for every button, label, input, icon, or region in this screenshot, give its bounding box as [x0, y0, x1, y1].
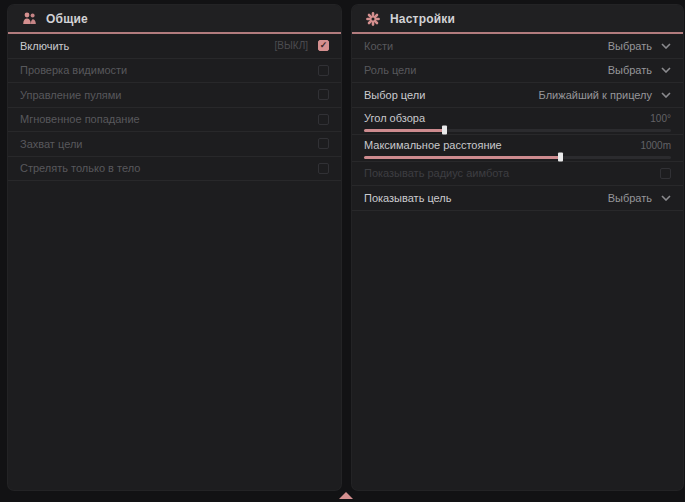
row-fov-slider: Угол обзора 100°	[352, 108, 683, 135]
body-only-checkbox[interactable]	[318, 163, 329, 174]
row-target-lock: Захват цели	[8, 132, 341, 157]
instant-hit-checkbox[interactable]	[318, 114, 329, 125]
panel-settings-title: Настройки	[390, 12, 455, 26]
enable-state-tag: [ВЫКЛ]	[275, 40, 308, 51]
bullet-control-label: Управление пулями	[20, 89, 122, 101]
body-only-label: Стрелять только в тело	[20, 162, 140, 174]
distance-slider-fill	[364, 156, 560, 159]
menu-expand-arrow-icon[interactable]	[339, 492, 353, 499]
row-distance-slider: Максимальное расстояние 1000m	[352, 135, 683, 162]
visibility-check-label: Проверка видимости	[20, 64, 127, 76]
fov-slider-handle[interactable]	[442, 126, 447, 135]
distance-value: 1000m	[640, 140, 671, 151]
show-radius-checkbox[interactable]	[660, 168, 671, 179]
row-bullet-control: Управление пулями	[8, 83, 341, 108]
distance-label: Максимальное расстояние	[364, 139, 502, 151]
users-icon	[21, 12, 37, 26]
enable-checkbox[interactable]: ✓	[318, 40, 329, 51]
panel-general: Общие Включить [ВЫКЛ] ✓ Проверка видимос…	[8, 5, 341, 490]
bones-label: Кости	[364, 40, 393, 52]
bones-dropdown-value: Выбрать	[608, 40, 652, 52]
target-role-dropdown[interactable]: Выбрать	[608, 64, 671, 76]
visibility-check-checkbox[interactable]	[318, 65, 329, 76]
row-body-only: Стрелять только в тело	[8, 157, 341, 182]
panel-settings: Настройки Кости Выбрать Роль цели Выбрат…	[352, 5, 683, 490]
bullet-control-checkbox[interactable]	[318, 89, 329, 100]
chevron-down-icon	[661, 43, 671, 49]
panel-settings-header: Настройки	[352, 5, 683, 34]
target-select-dropdown-value: Ближайший к прицелу	[539, 89, 652, 101]
fov-slider[interactable]	[364, 129, 671, 132]
show-target-label: Показывать цель	[364, 192, 452, 204]
row-instant-hit: Мгновенное попадание	[8, 108, 341, 133]
target-role-dropdown-value: Выбрать	[608, 64, 652, 76]
row-show-radius: Показывать радиус аимбота	[352, 162, 683, 187]
panel-general-title: Общие	[46, 12, 88, 26]
panel-general-header: Общие	[8, 5, 341, 34]
target-select-label: Выбор цели	[364, 89, 425, 101]
chevron-down-icon	[661, 195, 671, 201]
show-radius-label: Показывать радиус аимбота	[364, 167, 509, 179]
show-target-dropdown-value: Выбрать	[608, 192, 652, 204]
bones-dropdown[interactable]: Выбрать	[608, 40, 671, 52]
target-role-label: Роль цели	[364, 64, 416, 76]
fov-value: 100°	[650, 113, 671, 124]
row-visibility-check: Проверка видимости	[8, 59, 341, 84]
enable-label: Включить	[20, 40, 69, 52]
distance-slider[interactable]	[364, 156, 671, 159]
target-lock-checkbox[interactable]	[318, 138, 329, 149]
distance-slider-handle[interactable]	[558, 153, 563, 162]
chevron-down-icon	[661, 92, 671, 98]
target-select-dropdown[interactable]: Ближайший к прицелу	[539, 89, 671, 101]
fov-slider-fill	[364, 129, 444, 132]
chevron-down-icon	[661, 67, 671, 73]
instant-hit-label: Мгновенное попадание	[20, 113, 140, 125]
show-target-dropdown[interactable]: Выбрать	[608, 192, 671, 204]
target-lock-label: Захват цели	[20, 138, 82, 150]
gear-icon	[365, 12, 381, 26]
row-target-select: Выбор цели Ближайший к прицелу	[352, 83, 683, 108]
row-enable: Включить [ВЫКЛ] ✓	[8, 34, 341, 59]
row-bones: Кости Выбрать	[352, 34, 683, 59]
fov-label: Угол обзора	[364, 112, 425, 124]
row-target-role: Роль цели Выбрать	[352, 59, 683, 84]
row-show-target: Показывать цель Выбрать	[352, 186, 683, 211]
